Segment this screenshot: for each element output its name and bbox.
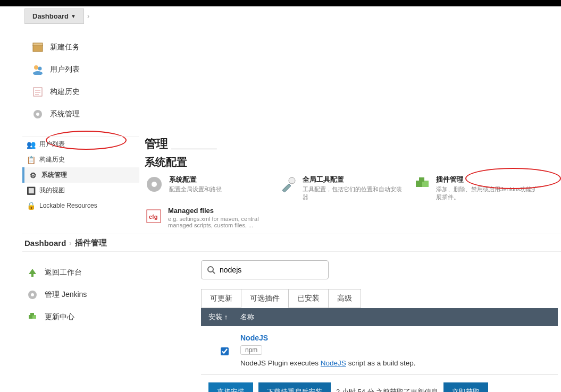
breadcrumb-separator-icon: ›	[87, 12, 90, 20]
card-global-tool[interactable]: 全局工具配置工具配置，包括它们的位置和自动安装器	[279, 175, 406, 201]
breadcrumb-plugin[interactable]: 插件管理	[75, 238, 107, 248]
svg-point-24	[208, 267, 213, 272]
plugin-main: 可更新 可选插件 已安装 高级 安装 ↑ 名称 NodeJS npm NodeJ…	[198, 252, 561, 392]
card-title: Managed files	[168, 207, 272, 215]
sidebar-item-label: 更新中心	[45, 312, 74, 322]
search-box[interactable]	[201, 260, 329, 279]
lock-icon: 🔒	[27, 201, 35, 210]
gear-icon	[32, 108, 44, 120]
gear-icon: ⚙	[29, 171, 37, 180]
sidebar-item-label: 系统管理	[50, 109, 80, 119]
table-row: NodeJS npm NodeJS Plugin executes NodeJS…	[201, 326, 558, 375]
check-now-button[interactable]: 立即获取	[443, 382, 488, 392]
search-input[interactable]	[220, 266, 323, 274]
breadcrumb: Dashboard › 插件管理	[22, 234, 561, 252]
breadcrumb-dashboard[interactable]: Dashboard	[24, 238, 66, 248]
chevron-right-icon: ›	[69, 239, 71, 247]
cfg-icon: cfg	[145, 207, 163, 226]
sidebar-item-new-item[interactable]: 新建任务	[30, 36, 205, 58]
sidebar-item-label: 返回工作台	[45, 268, 82, 277]
plugin-desc-link[interactable]: NodeJS	[321, 359, 346, 367]
card-desc: 配置全局设置和路径	[169, 185, 222, 193]
card-desc: 工具配置，包括它们的位置和自动安装器	[303, 185, 406, 201]
clipboard-icon: 📋	[27, 156, 35, 164]
plugin-desc: NodeJS Plugin executes NodeJS script as …	[240, 359, 415, 367]
card-desc: e.g. settings.xml for maven, central man…	[168, 216, 272, 228]
sort-arrow-icon: ↑	[224, 313, 228, 321]
sidebar-item-label: 用户列表	[39, 140, 65, 149]
svg-rect-5	[34, 88, 42, 96]
plugin-tag: npm	[240, 345, 262, 355]
sidebar-item-build-history[interactable]: 构建历史	[30, 81, 205, 103]
sidebar-item-label: 用户列表	[50, 65, 80, 74]
sidebar-item-label: 系统管理	[41, 171, 67, 180]
table-header: 安装 ↑ 名称	[201, 308, 558, 326]
sidebar-item-manage-jenkins[interactable]: 管理 Jenkins	[24, 284, 198, 306]
svg-point-10	[36, 113, 39, 116]
sidebar-item-label: 构建历史	[50, 87, 80, 97]
box-icon	[32, 41, 44, 53]
sidebar-item-people[interactable]: 用户列表	[30, 58, 205, 81]
gear-icon	[27, 289, 38, 301]
chevron-down-icon: ▼	[71, 13, 76, 19]
manage-panel: 管理 _______ 系统配置 系统配置配置全局设置和路径 全局工具配置工具配置…	[139, 136, 561, 228]
breadcrumb-dashboard-label: Dashboard	[32, 12, 69, 20]
views-icon: 🔲	[27, 186, 35, 195]
section-heading: 系统配置	[145, 155, 561, 169]
sidebar-item-label: Lockable Resources	[39, 202, 97, 209]
sidebar-plugin: 返回工作台 管理 Jenkins 更新中心	[22, 252, 198, 392]
svg-point-20	[31, 293, 34, 296]
card-title: 系统配置	[169, 175, 222, 184]
clipboard-icon	[32, 86, 44, 98]
plugin-icon	[413, 175, 431, 194]
card-title: 插件管理	[436, 175, 540, 184]
sidebar-item-manage-jenkins[interactable]: ⚙系统管理	[22, 167, 139, 183]
plugin-icon	[27, 311, 38, 323]
col-name[interactable]: 名称	[240, 312, 254, 322]
gear-icon	[145, 175, 164, 194]
sidebar-item-manage-jenkins[interactable]: 系统管理	[30, 103, 205, 125]
tab-available[interactable]: 可选插件	[241, 289, 289, 308]
breadcrumb-dashboard[interactable]: Dashboard ▼	[24, 8, 84, 24]
card-title: 全局工具配置	[303, 175, 406, 184]
card-managed-files[interactable]: cfg Managed filese.g. settings.xml for m…	[145, 207, 272, 228]
breadcrumb: Dashboard ▼ ›	[24, 6, 561, 25]
download-restart-button[interactable]: 下载待重启后安装	[258, 382, 331, 392]
tab-installed[interactable]: 已安装	[288, 289, 329, 308]
sidebar-item-my-views[interactable]: 🔲我的视图	[22, 183, 139, 198]
svg-point-12	[152, 182, 157, 187]
svg-point-13	[289, 177, 295, 184]
svg-point-3	[38, 67, 42, 71]
card-desc: 添加、删除、禁用或启用Jenkins功能扩展插件。	[436, 185, 540, 201]
button-bar: 直接安装 下载待重启后安装 2 小时 54 分 之前获取了更新信息 立即获取	[201, 375, 558, 392]
svg-rect-1	[33, 43, 43, 46]
people-icon: 👥	[27, 140, 35, 149]
tools-icon	[279, 175, 297, 194]
card-system-config[interactable]: 系统配置配置全局设置和路径	[145, 175, 272, 201]
sidebar-primary: 新建任务 用户列表 构建历史 系统管理	[24, 25, 205, 136]
card-plugin-manager[interactable]: 插件管理添加、删除、禁用或启用Jenkins功能扩展插件。	[413, 175, 540, 201]
plugin-name-link[interactable]: NodeJS	[240, 334, 268, 342]
search-icon	[207, 266, 215, 274]
svg-text:cfg: cfg	[149, 214, 158, 220]
col-install[interactable]: 安装 ↑	[208, 312, 240, 322]
sidebar-secondary: 👥用户列表 📋构建历史 ⚙系统管理 🔲我的视图 🔒Lockable Resour…	[22, 136, 139, 228]
sidebar-item-build-history[interactable]: 📋构建历史	[22, 152, 139, 167]
sidebar-item-update-center[interactable]: 更新中心	[24, 306, 198, 328]
svg-rect-22	[32, 315, 36, 319]
sidebar-item-back[interactable]: 返回工作台	[24, 261, 198, 284]
install-now-button[interactable]: 直接安装	[208, 382, 253, 392]
install-checkbox[interactable]	[221, 347, 229, 355]
sidebar-item-lockable-resources[interactable]: 🔒Lockable Resources	[22, 198, 139, 213]
svg-rect-21	[29, 315, 32, 319]
tab-advanced[interactable]: 高级	[328, 289, 361, 308]
sidebar-item-label: 管理 Jenkins	[45, 290, 87, 300]
sidebar-item-label: 新建任务	[50, 42, 80, 52]
svg-point-2	[34, 65, 38, 70]
window-titlebar	[0, 0, 561, 6]
people-icon	[32, 64, 44, 75]
svg-line-25	[213, 271, 215, 274]
sidebar-item-label: 我的视图	[39, 186, 65, 195]
tab-updates[interactable]: 可更新	[201, 289, 241, 308]
sidebar-item-people[interactable]: 👥用户列表	[22, 137, 139, 152]
